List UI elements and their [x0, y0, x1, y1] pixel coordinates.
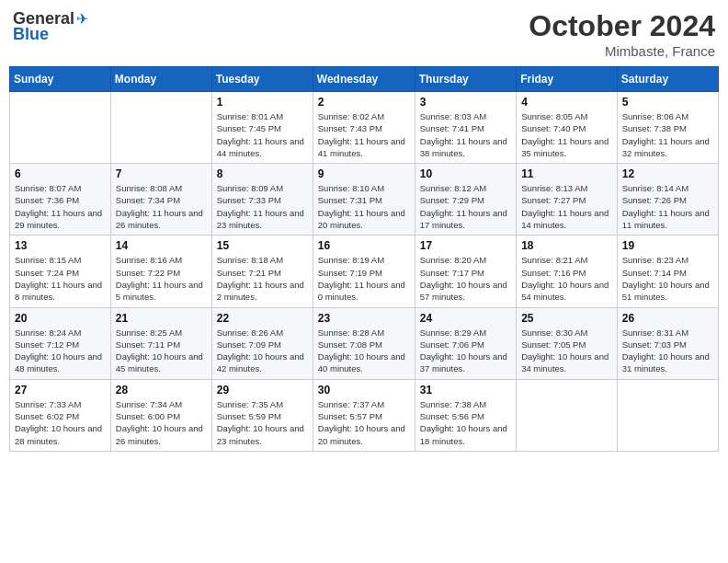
logo: General ✈ Blue — [13, 9, 88, 44]
calendar-cell: 11Sunrise: 8:13 AMSunset: 7:27 PMDayligh… — [517, 164, 618, 236]
day-number: 23 — [318, 312, 410, 325]
day-number: 1 — [217, 96, 308, 109]
day-info: Sunrise: 8:13 AMSunset: 7:27 PMDaylight:… — [521, 182, 612, 231]
calendar-cell — [10, 92, 111, 164]
calendar-cell: 31Sunrise: 7:38 AMSunset: 5:56 PMDayligh… — [415, 379, 516, 451]
day-info: Sunrise: 8:14 AMSunset: 7:26 PMDaylight:… — [622, 182, 713, 231]
day-info: Sunrise: 8:26 AMSunset: 7:09 PMDaylight:… — [217, 327, 308, 375]
weekday-header-row: SundayMondayTuesdayWednesdayThursdayFrid… — [10, 67, 719, 92]
weekday-header-monday: Monday — [110, 67, 211, 92]
logo-blue-text: Blue — [13, 25, 49, 44]
day-number: 27 — [15, 384, 106, 396]
calendar-cell: 13Sunrise: 8:15 AMSunset: 7:24 PMDayligh… — [10, 236, 111, 307]
calendar-cell: 9Sunrise: 8:10 AMSunset: 7:31 PMDaylight… — [313, 164, 415, 236]
calendar-cell: 24Sunrise: 8:29 AMSunset: 7:06 PMDayligh… — [415, 307, 516, 379]
calendar-cell — [110, 92, 211, 164]
location-subtitle: Mimbaste, France — [529, 43, 715, 59]
calendar-table: SundayMondayTuesdayWednesdayThursdayFrid… — [9, 66, 719, 452]
day-info: Sunrise: 8:03 AMSunset: 7:41 PMDaylight:… — [420, 110, 511, 159]
calendar-cell: 19Sunrise: 8:23 AMSunset: 7:14 PMDayligh… — [617, 236, 718, 307]
day-number: 13 — [15, 239, 106, 252]
day-number: 7 — [116, 167, 207, 180]
week-row-4: 20Sunrise: 8:24 AMSunset: 7:12 PMDayligh… — [10, 307, 719, 379]
calendar-cell: 27Sunrise: 7:33 AMSunset: 6:02 PMDayligh… — [10, 379, 111, 451]
day-number: 31 — [420, 384, 511, 396]
weekday-header-wednesday: Wednesday — [313, 67, 415, 92]
day-info: Sunrise: 7:34 AMSunset: 6:00 PMDaylight:… — [116, 398, 207, 447]
day-number: 25 — [521, 312, 612, 325]
day-number: 18 — [521, 239, 612, 252]
day-info: Sunrise: 7:33 AMSunset: 6:02 PMDaylight:… — [15, 398, 106, 447]
day-info: Sunrise: 8:16 AMSunset: 7:22 PMDaylight:… — [116, 254, 207, 303]
day-number: 5 — [622, 96, 713, 109]
day-info: Sunrise: 8:09 AMSunset: 7:33 PMDaylight:… — [217, 182, 308, 231]
day-info: Sunrise: 8:19 AMSunset: 7:19 PMDaylight:… — [318, 254, 410, 303]
week-row-5: 27Sunrise: 7:33 AMSunset: 6:02 PMDayligh… — [10, 379, 719, 451]
day-info: Sunrise: 8:06 AMSunset: 7:38 PMDaylight:… — [622, 110, 713, 159]
day-number: 24 — [420, 312, 511, 325]
day-number: 17 — [420, 239, 511, 252]
logo-bird-icon: ✈ — [76, 10, 88, 28]
day-number: 10 — [420, 167, 511, 180]
calendar-cell: 4Sunrise: 8:05 AMSunset: 7:40 PMDaylight… — [517, 92, 618, 164]
day-info: Sunrise: 8:25 AMSunset: 7:11 PMDaylight:… — [116, 327, 207, 375]
month-title-area: October 2024 Mimbaste, France — [529, 9, 715, 59]
calendar-cell: 5Sunrise: 8:06 AMSunset: 7:38 PMDaylight… — [617, 92, 718, 164]
weekday-header-friday: Friday — [517, 67, 618, 92]
day-info: Sunrise: 8:08 AMSunset: 7:34 PMDaylight:… — [116, 182, 207, 231]
calendar-cell: 17Sunrise: 8:20 AMSunset: 7:17 PMDayligh… — [415, 236, 516, 307]
calendar-cell — [517, 379, 618, 451]
day-number: 26 — [622, 312, 713, 325]
calendar-cell: 22Sunrise: 8:26 AMSunset: 7:09 PMDayligh… — [211, 307, 313, 379]
weekday-header-saturday: Saturday — [617, 67, 718, 92]
day-info: Sunrise: 8:01 AMSunset: 7:45 PMDaylight:… — [217, 110, 308, 159]
calendar-cell: 12Sunrise: 8:14 AMSunset: 7:26 PMDayligh… — [617, 164, 718, 236]
day-info: Sunrise: 8:12 AMSunset: 7:29 PMDaylight:… — [420, 182, 511, 231]
calendar-cell: 28Sunrise: 7:34 AMSunset: 6:00 PMDayligh… — [110, 379, 211, 451]
calendar-cell: 18Sunrise: 8:21 AMSunset: 7:16 PMDayligh… — [517, 236, 618, 307]
calendar-cell: 1Sunrise: 8:01 AMSunset: 7:45 PMDaylight… — [211, 92, 313, 164]
calendar-cell: 29Sunrise: 7:35 AMSunset: 5:59 PMDayligh… — [211, 379, 313, 451]
day-number: 2 — [318, 96, 410, 109]
day-info: Sunrise: 7:37 AMSunset: 5:57 PMDaylight:… — [318, 398, 410, 447]
calendar-cell: 25Sunrise: 8:30 AMSunset: 7:05 PMDayligh… — [517, 307, 618, 379]
day-number: 14 — [116, 239, 207, 252]
day-info: Sunrise: 8:10 AMSunset: 7:31 PMDaylight:… — [318, 182, 410, 231]
calendar-cell: 8Sunrise: 8:09 AMSunset: 7:33 PMDaylight… — [211, 164, 313, 236]
day-info: Sunrise: 8:24 AMSunset: 7:12 PMDaylight:… — [15, 327, 106, 375]
week-row-1: 1Sunrise: 8:01 AMSunset: 7:45 PMDaylight… — [10, 92, 719, 164]
calendar-cell: 23Sunrise: 8:28 AMSunset: 7:08 PMDayligh… — [313, 307, 415, 379]
day-info: Sunrise: 8:31 AMSunset: 7:03 PMDaylight:… — [622, 327, 713, 375]
calendar-cell: 15Sunrise: 8:18 AMSunset: 7:21 PMDayligh… — [211, 236, 313, 307]
day-info: Sunrise: 7:38 AMSunset: 5:56 PMDaylight:… — [420, 398, 511, 447]
day-info: Sunrise: 8:02 AMSunset: 7:43 PMDaylight:… — [318, 110, 410, 159]
weekday-header-thursday: Thursday — [415, 67, 516, 92]
day-number: 3 — [420, 96, 511, 109]
day-info: Sunrise: 8:15 AMSunset: 7:24 PMDaylight:… — [15, 254, 106, 303]
calendar-cell: 20Sunrise: 8:24 AMSunset: 7:12 PMDayligh… — [10, 307, 111, 379]
day-number: 6 — [15, 167, 106, 180]
calendar-cell: 7Sunrise: 8:08 AMSunset: 7:34 PMDaylight… — [110, 164, 211, 236]
day-number: 28 — [116, 384, 207, 396]
calendar-cell: 10Sunrise: 8:12 AMSunset: 7:29 PMDayligh… — [415, 164, 516, 236]
weekday-header-sunday: Sunday — [10, 67, 111, 92]
calendar-cell — [617, 379, 718, 451]
day-info: Sunrise: 8:20 AMSunset: 7:17 PMDaylight:… — [420, 254, 511, 303]
day-number: 12 — [622, 167, 713, 180]
day-number: 15 — [217, 239, 308, 252]
day-info: Sunrise: 8:18 AMSunset: 7:21 PMDaylight:… — [217, 254, 308, 303]
calendar-cell: 14Sunrise: 8:16 AMSunset: 7:22 PMDayligh… — [110, 236, 211, 307]
day-info: Sunrise: 8:29 AMSunset: 7:06 PMDaylight:… — [420, 327, 511, 375]
header: General ✈ Blue October 2024 Mimbaste, Fr… — [9, 9, 719, 59]
day-info: Sunrise: 8:05 AMSunset: 7:40 PMDaylight:… — [521, 110, 612, 159]
day-number: 22 — [217, 312, 308, 325]
day-info: Sunrise: 8:30 AMSunset: 7:05 PMDaylight:… — [521, 327, 612, 375]
week-row-3: 13Sunrise: 8:15 AMSunset: 7:24 PMDayligh… — [10, 236, 719, 307]
day-info: Sunrise: 8:21 AMSunset: 7:16 PMDaylight:… — [521, 254, 612, 303]
month-title: October 2024 — [529, 9, 715, 43]
day-number: 20 — [15, 312, 106, 325]
day-number: 9 — [318, 167, 410, 180]
day-number: 8 — [217, 167, 308, 180]
calendar-cell: 6Sunrise: 8:07 AMSunset: 7:36 PMDaylight… — [10, 164, 111, 236]
calendar-cell: 21Sunrise: 8:25 AMSunset: 7:11 PMDayligh… — [110, 307, 211, 379]
